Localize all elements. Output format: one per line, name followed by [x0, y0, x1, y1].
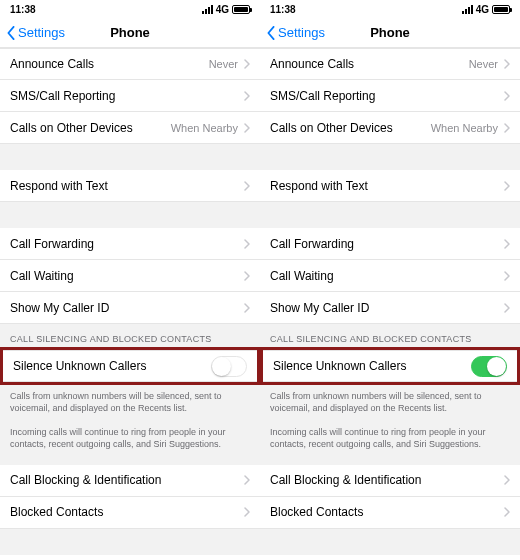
- row-label: Announce Calls: [270, 57, 354, 71]
- row-calls-other-devices[interactable]: Calls on Other Devices When Nearby: [260, 112, 520, 144]
- row-dial-assist[interactable]: Dial Assist: [0, 555, 260, 560]
- chevron-right-icon: [244, 475, 250, 485]
- status-time: 11:38: [270, 4, 296, 15]
- row-label: Blocked Contacts: [10, 505, 103, 519]
- row-value: Never: [209, 58, 238, 70]
- chevron-right-icon: [504, 507, 510, 517]
- chevron-right-icon: [244, 303, 250, 313]
- phone-right: 11:38 4G Settings Phone Announce Calls N…: [260, 0, 520, 560]
- row-dial-assist[interactable]: Dial Assist: [260, 555, 520, 560]
- row-call-forwarding[interactable]: Call Forwarding: [0, 228, 260, 260]
- nav-bar: Settings Phone: [260, 18, 520, 48]
- status-bar: 11:38 4G: [260, 0, 520, 18]
- row-label: Call Blocking & Identification: [10, 473, 161, 487]
- row-call-forwarding[interactable]: Call Forwarding: [260, 228, 520, 260]
- back-button[interactable]: Settings: [0, 25, 65, 40]
- section-header-silencing: CALL SILENCING AND BLOCKED CONTACTS: [0, 324, 260, 348]
- chevron-right-icon: [504, 239, 510, 249]
- signal-icon: [202, 5, 213, 14]
- row-respond-with-text[interactable]: Respond with Text: [260, 170, 520, 202]
- footer-silence-1: Calls from unknown numbers will be silen…: [0, 384, 260, 420]
- settings-list: Announce Calls Never SMS/Call Reporting …: [0, 48, 260, 560]
- toggle-knob: [487, 357, 506, 376]
- section-gap: [260, 529, 520, 555]
- toggle-knob: [212, 357, 231, 376]
- row-show-caller-id[interactable]: Show My Caller ID: [260, 292, 520, 324]
- row-label: Call Forwarding: [270, 237, 354, 251]
- row-label: Respond with Text: [270, 179, 368, 193]
- row-label: Call Waiting: [10, 269, 74, 283]
- row-call-blocking[interactable]: Call Blocking & Identification: [0, 465, 260, 497]
- highlight-box: Silence Unknown Callers: [260, 347, 520, 385]
- chevron-right-icon: [244, 123, 250, 133]
- row-label: SMS/Call Reporting: [270, 89, 375, 103]
- section-gap: [0, 202, 260, 228]
- chevron-right-icon: [244, 59, 250, 69]
- section-gap: [0, 144, 260, 170]
- row-announce-calls[interactable]: Announce Calls Never: [0, 48, 260, 80]
- battery-icon: [492, 5, 510, 14]
- row-label: Show My Caller ID: [10, 301, 109, 315]
- row-label: Call Waiting: [270, 269, 334, 283]
- row-label: SMS/Call Reporting: [10, 89, 115, 103]
- chevron-right-icon: [244, 181, 250, 191]
- back-button[interactable]: Settings: [260, 25, 325, 40]
- footer-silence-1: Calls from unknown numbers will be silen…: [260, 384, 520, 420]
- section-gap: [0, 457, 260, 465]
- row-label: Silence Unknown Callers: [273, 359, 406, 373]
- row-calls-other-devices[interactable]: Calls on Other Devices When Nearby: [0, 112, 260, 144]
- row-label: Call Forwarding: [10, 237, 94, 251]
- row-label: Announce Calls: [10, 57, 94, 71]
- signal-icon: [462, 5, 473, 14]
- section-gap: [260, 144, 520, 170]
- footer-silence-2: Incoming calls will continue to ring fro…: [260, 420, 520, 456]
- highlight-box: Silence Unknown Callers: [0, 347, 260, 385]
- back-label: Settings: [278, 25, 325, 40]
- row-show-caller-id[interactable]: Show My Caller ID: [0, 292, 260, 324]
- row-value: When Nearby: [431, 122, 498, 134]
- row-call-waiting[interactable]: Call Waiting: [260, 260, 520, 292]
- settings-list: Announce Calls Never SMS/Call Reporting …: [260, 48, 520, 560]
- row-silence-unknown[interactable]: Silence Unknown Callers: [3, 350, 257, 382]
- chevron-right-icon: [504, 59, 510, 69]
- section-gap: [260, 202, 520, 228]
- status-bar: 11:38 4G: [0, 0, 260, 18]
- battery-icon: [232, 5, 250, 14]
- row-announce-calls[interactable]: Announce Calls Never: [260, 48, 520, 80]
- section-gap: [0, 529, 260, 555]
- row-sms-reporting[interactable]: SMS/Call Reporting: [260, 80, 520, 112]
- chevron-right-icon: [244, 271, 250, 281]
- section-gap: [260, 457, 520, 465]
- row-value: When Nearby: [171, 122, 238, 134]
- status-time: 11:38: [10, 4, 36, 15]
- chevron-right-icon: [504, 271, 510, 281]
- row-sms-reporting[interactable]: SMS/Call Reporting: [0, 80, 260, 112]
- chevron-right-icon: [504, 91, 510, 101]
- chevron-right-icon: [504, 123, 510, 133]
- phone-left: 11:38 4G Settings Phone Announce Calls N…: [0, 0, 260, 560]
- row-label: Blocked Contacts: [270, 505, 363, 519]
- network-label: 4G: [476, 4, 489, 15]
- row-label: Call Blocking & Identification: [270, 473, 421, 487]
- row-blocked-contacts[interactable]: Blocked Contacts: [0, 497, 260, 529]
- chevron-right-icon: [504, 181, 510, 191]
- chevron-left-icon: [266, 26, 276, 40]
- row-respond-with-text[interactable]: Respond with Text: [0, 170, 260, 202]
- chevron-right-icon: [504, 303, 510, 313]
- network-label: 4G: [216, 4, 229, 15]
- silence-toggle[interactable]: [211, 356, 247, 377]
- row-label: Calls on Other Devices: [10, 121, 133, 135]
- row-label: Respond with Text: [10, 179, 108, 193]
- row-blocked-contacts[interactable]: Blocked Contacts: [260, 497, 520, 529]
- back-label: Settings: [18, 25, 65, 40]
- section-header-silencing: CALL SILENCING AND BLOCKED CONTACTS: [260, 324, 520, 348]
- row-silence-unknown[interactable]: Silence Unknown Callers: [263, 350, 517, 382]
- row-call-waiting[interactable]: Call Waiting: [0, 260, 260, 292]
- chevron-right-icon: [504, 475, 510, 485]
- nav-bar: Settings Phone: [0, 18, 260, 48]
- chevron-right-icon: [244, 91, 250, 101]
- chevron-left-icon: [6, 26, 16, 40]
- row-label: Calls on Other Devices: [270, 121, 393, 135]
- silence-toggle[interactable]: [471, 356, 507, 377]
- row-call-blocking[interactable]: Call Blocking & Identification: [260, 465, 520, 497]
